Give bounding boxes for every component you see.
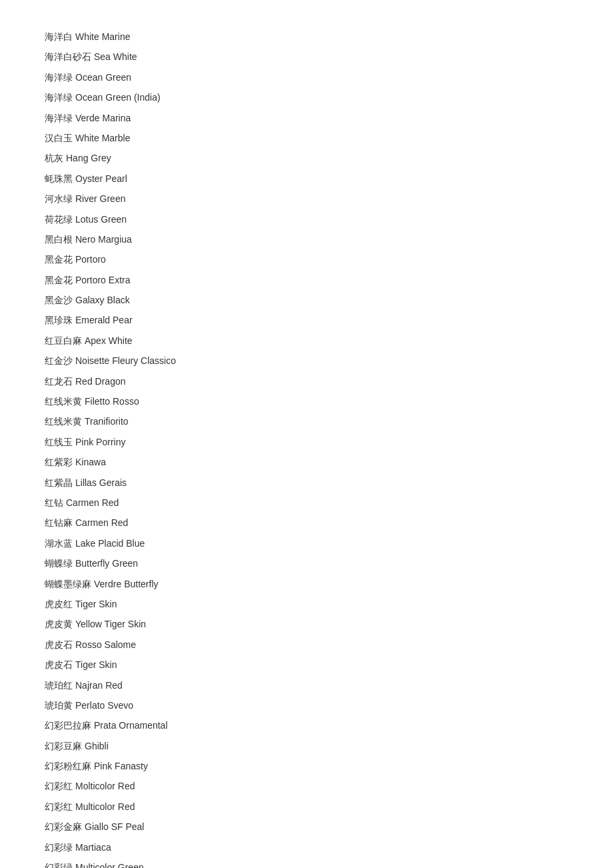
chinese-label: 幻彩绿 xyxy=(45,862,73,868)
english-label: Pink Porriny xyxy=(75,437,125,447)
list-item: 虎皮黄Yellow Tiger Skin xyxy=(45,614,568,634)
list-item: 幻彩金麻Giallo SF Peal xyxy=(45,817,568,837)
chinese-label: 红钻麻 xyxy=(45,517,73,528)
english-label: Lillas Gerais xyxy=(75,477,127,488)
chinese-label: 琥珀红 xyxy=(45,680,73,691)
chinese-label: 红线玉 xyxy=(45,437,73,447)
chinese-label: 幻彩红 xyxy=(45,781,73,791)
list-item: 河水绿River Green xyxy=(45,189,568,209)
list-item: 琥珀红Najran Red xyxy=(45,675,568,695)
list-item: 汉白玉White Marble xyxy=(45,128,568,148)
chinese-label: 蚝珠黑 xyxy=(45,173,73,184)
chinese-label: 黑金沙 xyxy=(45,295,73,305)
english-label: Carmen Red xyxy=(75,517,128,528)
english-label: Multicolor Red xyxy=(75,801,135,812)
chinese-label: 黑珍珠 xyxy=(45,315,73,325)
list-item: 幻彩绿Martiaca xyxy=(45,837,568,857)
chinese-label: 幻彩巴拉麻 xyxy=(45,720,91,731)
english-label: Martiaca xyxy=(75,842,111,853)
chinese-label: 海洋白砂石 xyxy=(45,51,91,62)
list-item: 幻彩绿Multicolor Green xyxy=(45,857,568,868)
english-label: Portoro Extra xyxy=(75,275,130,285)
chinese-label: 红钻 xyxy=(45,497,63,508)
chinese-label: 黑金花 xyxy=(45,254,73,265)
list-item: 湖水蓝Lake Placid Blue xyxy=(45,533,568,553)
chinese-label: 黑金花 xyxy=(45,275,73,285)
list-item: 海洋白砂石Sea White xyxy=(45,47,568,67)
english-label: Najran Red xyxy=(75,680,123,691)
list-item: 海洋白White Marine xyxy=(45,27,568,47)
list-item: 红金沙Noisette Fleury Classico xyxy=(45,351,568,371)
chinese-label: 黑白根 xyxy=(45,234,73,245)
english-label: Sea White xyxy=(94,51,137,62)
chinese-label: 幻彩红 xyxy=(45,801,73,812)
english-label: Perlato Svevo xyxy=(75,700,133,711)
english-label: Molticolor Red xyxy=(75,781,135,791)
list-item: 虎皮石Tiger Skin xyxy=(45,655,568,675)
chinese-label: 幻彩绿 xyxy=(45,842,73,853)
english-label: Giallo SF Peal xyxy=(85,821,144,832)
english-label: Filetto Rosso xyxy=(85,396,139,407)
english-label: Tiger Skin xyxy=(75,599,117,609)
english-label: Oyster Pearl xyxy=(75,173,127,184)
list-item: 虎皮红Tiger Skin xyxy=(45,594,568,614)
chinese-label: 红金沙 xyxy=(45,355,73,366)
chinese-label: 幻彩粉红麻 xyxy=(45,761,91,771)
list-item: 红紫彩Kinawa xyxy=(45,452,568,472)
chinese-label: 红豆白麻 xyxy=(45,335,82,346)
list-item: 幻彩红Multicolor Red xyxy=(45,797,568,817)
list-item: 黑白根Nero Margiua xyxy=(45,229,568,249)
english-label: Hang Grey xyxy=(66,153,111,163)
english-label: River Green xyxy=(75,193,125,204)
english-label: Portoro xyxy=(75,254,106,265)
list-item: 蚝珠黑Oyster Pearl xyxy=(45,169,568,189)
chinese-label: 虎皮黄 xyxy=(45,619,73,629)
english-label: Nero Margiua xyxy=(75,234,132,245)
list-item: 红线米黄Tranifiorito xyxy=(45,411,568,431)
english-label: Apex White xyxy=(85,335,133,346)
english-label: Ocean Green xyxy=(75,72,131,83)
list-item: 幻彩巴拉麻Prata Ornamental xyxy=(45,715,568,735)
list-item: 幻彩粉红麻Pink Fanasty xyxy=(45,756,568,776)
english-label: Tranifiorito xyxy=(85,416,129,427)
english-label: Butterfly Green xyxy=(75,558,138,569)
english-label: Red Dragon xyxy=(75,376,126,387)
english-label: Prata Ornamental xyxy=(94,720,168,731)
list-item: 虎皮石Rosso Salome xyxy=(45,635,568,655)
chinese-label: 海洋绿 xyxy=(45,113,73,123)
list-item: 蝴蝶墨绿麻Verdre Butterfly xyxy=(45,574,568,594)
english-label: Pink Fanasty xyxy=(94,761,148,771)
chinese-label: 虎皮石 xyxy=(45,659,73,670)
list-item: 黑珍珠Emerald Pear xyxy=(45,310,568,330)
chinese-label: 海洋绿 xyxy=(45,92,73,103)
list-item: 红钻麻Carmen Red xyxy=(45,513,568,533)
chinese-label: 荷花绿 xyxy=(45,214,73,225)
chinese-label: 幻彩豆麻 xyxy=(45,741,82,751)
list-item: 红豆白麻Apex White xyxy=(45,331,568,351)
english-label: Ghibli xyxy=(85,741,109,751)
chinese-label: 河水绿 xyxy=(45,193,73,204)
english-label: White Marble xyxy=(75,133,130,143)
english-label: White Marine xyxy=(75,31,130,42)
chinese-label: 红线米黄 xyxy=(45,396,82,407)
list-item: 海洋绿Ocean Green (India) xyxy=(45,87,568,107)
chinese-label: 汉白玉 xyxy=(45,133,73,143)
english-label: Lake Placid Blue xyxy=(75,538,145,549)
english-label: Carmen Red xyxy=(66,497,119,508)
chinese-label: 海洋白 xyxy=(45,31,73,42)
chinese-label: 红龙石 xyxy=(45,376,73,387)
chinese-label: 虎皮红 xyxy=(45,599,73,609)
chinese-label: 蝴蝶绿 xyxy=(45,558,73,569)
chinese-label: 杭灰 xyxy=(45,153,63,163)
chinese-label: 虎皮石 xyxy=(45,639,73,650)
list-item: 海洋绿Verde Marina xyxy=(45,108,568,128)
english-label: Kinawa xyxy=(75,457,106,467)
list-item: 黑金花Portoro Extra xyxy=(45,270,568,290)
english-label: Multicolor Green xyxy=(75,862,144,868)
list-item: 荷花绿Lotus Green xyxy=(45,209,568,229)
list-item: 红龙石Red Dragon xyxy=(45,371,568,391)
item-list: 海洋白White Marine海洋白砂石Sea White海洋绿Ocean Gr… xyxy=(45,27,568,868)
list-item: 红线米黄Filetto Rosso xyxy=(45,391,568,411)
list-item: 红线玉Pink Porriny xyxy=(45,432,568,452)
chinese-label: 琥珀黄 xyxy=(45,700,73,711)
